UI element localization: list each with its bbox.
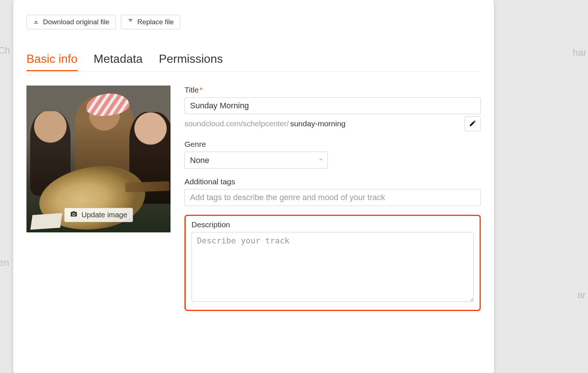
pencil-icon xyxy=(469,120,476,128)
basic-info-panel: Update image Title* soundcloud.com/schel… xyxy=(26,86,481,311)
genre-select-wrap: None xyxy=(184,152,328,169)
permalink-row: soundcloud.com/schelpcenter/sunday-morni… xyxy=(184,116,481,131)
tags-input[interactable] xyxy=(184,189,481,206)
permalink-prefix: soundcloud.com/schelpcenter/ xyxy=(184,119,289,128)
download-original-label: Download original file xyxy=(43,18,110,26)
file-toolbar: Download original file Replace file xyxy=(26,15,481,29)
artwork-shape xyxy=(31,213,62,229)
tab-metadata[interactable]: Metadata xyxy=(94,52,143,71)
tabs: Basic info Metadata Permissions xyxy=(26,52,481,72)
artwork-column: Update image xyxy=(26,86,171,311)
description-field: Description xyxy=(191,220,474,303)
title-input[interactable] xyxy=(184,97,481,114)
bg-text: Ch xyxy=(0,45,10,56)
description-textarea[interactable] xyxy=(191,232,474,302)
download-original-button[interactable]: Download original file xyxy=(26,15,116,29)
permalink-slug: sunday-morning xyxy=(290,119,346,128)
download-icon xyxy=(33,18,39,26)
replace-file-label: Replace file xyxy=(137,18,174,26)
bg-text: har xyxy=(573,47,587,58)
bg-text: en xyxy=(0,257,9,268)
required-asterisk: * xyxy=(200,86,202,94)
tab-basic-info[interactable]: Basic info xyxy=(26,52,78,71)
description-label: Description xyxy=(191,220,474,229)
form-column: Title* soundcloud.com/schelpcenter/sunda… xyxy=(184,86,481,311)
track-artwork: Update image xyxy=(26,86,171,232)
edit-track-modal: Download original file Replace file Basi… xyxy=(13,0,494,373)
update-image-button[interactable]: Update image xyxy=(64,208,133,222)
description-highlight: Description xyxy=(184,215,481,311)
title-label: Title* xyxy=(184,86,481,94)
edit-permalink-button[interactable] xyxy=(465,116,481,131)
genre-field: Genre None xyxy=(184,140,481,169)
genre-label: Genre xyxy=(184,140,481,149)
tab-permissions[interactable]: Permissions xyxy=(159,52,223,71)
update-image-label: Update image xyxy=(82,211,128,219)
genre-select[interactable]: None xyxy=(184,152,328,169)
title-field: Title* soundcloud.com/schelpcenter/sunda… xyxy=(184,86,481,131)
upload-icon xyxy=(127,18,134,26)
camera-icon xyxy=(70,210,78,220)
bg-text: ar xyxy=(577,289,586,301)
tags-field: Additional tags xyxy=(184,177,481,206)
title-label-text: Title xyxy=(184,86,199,94)
tags-label: Additional tags xyxy=(184,177,481,186)
replace-file-button[interactable]: Replace file xyxy=(121,15,180,29)
permalink-text: soundcloud.com/schelpcenter/sunday-morni… xyxy=(184,119,345,128)
